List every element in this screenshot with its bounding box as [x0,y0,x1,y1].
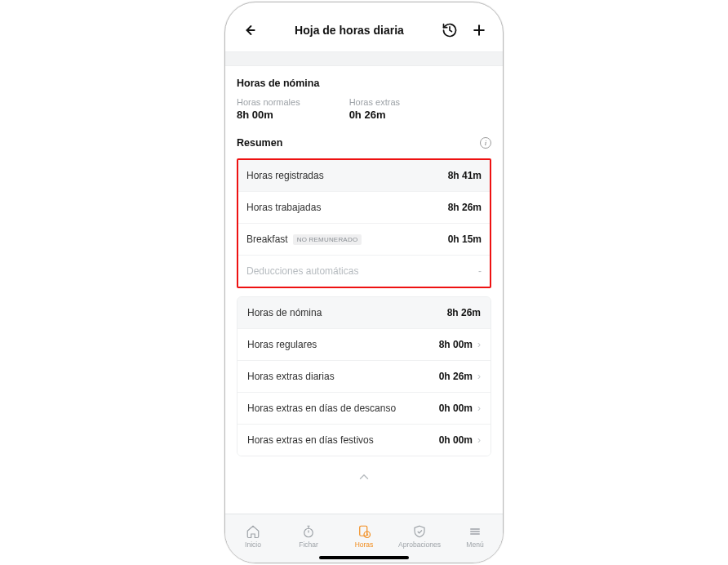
breakdown-row-label: Horas regulares [247,339,317,350]
info-icon[interactable]: i [480,137,491,149]
summary-row-value: - [478,265,482,277]
tab-inicio[interactable]: Inicio [229,524,277,549]
tab-menu[interactable]: Menú [451,524,499,549]
tab-label: Horas [355,541,374,549]
add-button[interactable] [470,21,488,39]
page-title: Hoja de horas diaria [295,24,404,37]
timesheet-icon [357,524,371,539]
breakdown-row-value: 0h 00m [439,434,473,446]
bottom-tab-bar: Inicio Fichar Horas Aprobaciones Menú [225,514,503,563]
chevron-right-icon: › [477,403,481,414]
breakdown-head-row: Horas de nómina 8h 26m [237,297,491,329]
collapse-toggle[interactable] [237,466,491,486]
main-content: Horas de nómina Horas normales 8h 00m Ho… [225,51,503,486]
chevron-right-icon: › [477,434,481,446]
normal-hours-block: Horas normales 8h 00m [237,97,300,121]
tab-aprobaciones[interactable]: Aprobaciones [395,524,444,549]
phone-frame: Hoja de horas diaria Horas de nómina Hor… [224,2,504,563]
breakdown-card: Horas de nómina 8h 26m Horas regulares 8… [237,296,491,456]
resumen-header: Resumen i [237,137,491,149]
tab-label: Aprobaciones [398,541,441,549]
breakdown-row-regular[interactable]: Horas regulares 8h 00m › [237,329,491,361]
breakdown-row-value: 0h 26m [439,371,473,382]
normal-hours-value: 8h 00m [237,109,300,121]
summary-row-deductions: Deducciones automáticas - [238,256,490,287]
breakdown-row-value: 8h 00m [439,339,473,350]
tab-horas[interactable]: Horas [340,524,388,549]
stopwatch-icon [301,524,316,539]
extra-hours-value: 0h 26m [349,109,400,121]
home-icon [246,524,260,539]
summary-row-label: Horas trabajadas [246,202,321,213]
breakdown-head-value: 8h 26m [447,307,481,318]
menu-icon [468,524,482,539]
payroll-columns: Horas normales 8h 00m Horas extras 0h 26… [237,97,491,121]
breakdown-row-holiday-extra[interactable]: Horas extras en días festivos 0h 00m › [237,425,491,456]
breakdown-row-label: Horas extras en días festivos [247,434,374,446]
summary-row-breakfast: Breakfast NO REMUNERADO 0h 15m [238,224,490,256]
breakdown-row-value: 0h 00m [439,403,473,414]
breakdown-row-label: Horas extras diarias [247,371,335,382]
summary-row-label: Deducciones automáticas [246,265,358,277]
unpaid-badge: NO REMUNERADO [293,234,362,245]
extra-hours-block: Horas extras 0h 26m [349,97,400,121]
normal-hours-label: Horas normales [237,97,300,107]
highlighted-summary-box: Horas registradas 8h 41m Horas trabajada… [237,158,491,288]
svg-rect-7 [360,526,367,536]
breakdown-row-label: Horas extras en días de descanso [247,403,396,414]
chevron-right-icon: › [477,339,481,350]
summary-row-label: Breakfast [246,234,288,245]
breakdown-head-label: Horas de nómina [247,307,322,318]
summary-row-label: Horas registradas [246,170,324,181]
resumen-title: Resumen [237,137,282,149]
tab-label: Inicio [245,541,261,549]
app-header: Hoja de horas diaria [225,12,503,48]
tab-label: Fichar [299,541,318,549]
breakdown-row-restday-extra[interactable]: Horas extras en días de descanso 0h 00m … [237,393,491,425]
payroll-section-title: Horas de nómina [237,78,491,89]
summary-row-value: 0h 15m [448,234,482,245]
svg-line-10 [367,534,369,535]
tab-fichar[interactable]: Fichar [284,524,333,549]
summary-row-value: 8h 26m [448,202,482,213]
summary-row-value: 8h 41m [448,170,482,181]
history-button[interactable] [441,21,459,39]
breakdown-row-daily-extra[interactable]: Horas extras diarias 0h 26m › [237,361,491,393]
back-button[interactable] [240,21,258,39]
chevron-right-icon: › [477,371,481,382]
home-indicator [319,556,409,559]
separator-bar [225,51,503,66]
shield-check-icon [412,524,427,539]
summary-row-worked: Horas trabajadas 8h 26m [238,192,490,224]
summary-row-registered: Horas registradas 8h 41m [238,160,490,192]
tab-label: Menú [466,541,483,549]
extra-hours-label: Horas extras [349,97,400,107]
